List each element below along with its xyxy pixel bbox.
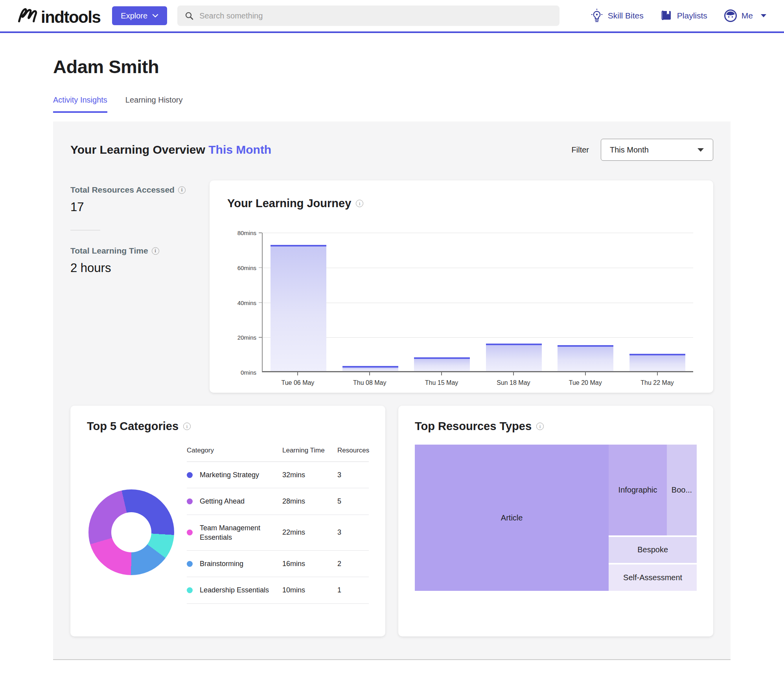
triangle-down-icon: [697, 148, 704, 152]
legend-dot: [187, 472, 193, 478]
learning-journey-title: Your Learning Journey: [227, 197, 351, 210]
treemap-cell-article: Article: [415, 445, 609, 591]
stat-resources-label: Total Resources Accessed: [70, 185, 210, 195]
info-icon[interactable]: [536, 423, 544, 430]
learning-journey-card: Your Learning Journey 80mins 60mins 40mi…: [210, 180, 713, 393]
resource-types-treemap: Article Infographic Boo... Bespoke: [415, 445, 697, 591]
treemap-cell-bespoke: Bespoke: [609, 537, 697, 563]
treemap-cell-self-assessment: Self-Assessment: [609, 564, 697, 591]
top-categories-card: Top 5 Categories Category Learning Time …: [70, 406, 385, 636]
divider: [70, 230, 100, 230]
y-tick: 20mins: [237, 334, 256, 341]
bar-tue-06-may: [271, 245, 326, 371]
legend-dot: [187, 530, 193, 535]
categories-table: Category Learning Time Resources Marketi…: [187, 442, 369, 604]
y-tick: 0mins: [241, 369, 256, 376]
nav-me-label: Me: [742, 11, 753, 20]
categories-table-header: Category Learning Time Resources: [187, 442, 369, 462]
page-title: Adam Smith: [53, 56, 784, 77]
x-axis-labels: Tue 06 May Thu 08 May Thu 15 May Sun 18 …: [262, 372, 693, 386]
bar-thu-15-may: [414, 357, 470, 371]
top-navigation-bar: indtools Explore Skill Bites: [0, 0, 784, 33]
nav-playlists-label: Playlists: [677, 11, 707, 20]
x-label: Thu 15 May: [425, 379, 458, 386]
profile-tabs: Activity Insights Learning History: [53, 96, 784, 113]
tab-activity-insights[interactable]: Activity Insights: [53, 96, 107, 113]
bar-thu-08-may: [342, 366, 398, 371]
categories-donut: [88, 489, 174, 575]
top-resource-types-title: Top Resources Types: [415, 420, 532, 433]
x-label: Thu 22 May: [640, 379, 674, 386]
mindtools-m-monogram-icon: [17, 6, 40, 26]
x-label: Sun 18 May: [497, 379, 530, 386]
y-tick: 60mins: [237, 264, 256, 271]
nav-skill-bites[interactable]: Skill Bites: [590, 9, 644, 23]
x-label: Tue 06 May: [281, 379, 314, 386]
y-tick: 40mins: [237, 299, 256, 306]
logo-wordmark: indtools: [41, 9, 100, 26]
info-icon[interactable]: [183, 423, 191, 430]
bar-tue-20-may: [558, 345, 613, 371]
info-icon[interactable]: [356, 200, 363, 207]
search-input[interactable]: [199, 11, 552, 20]
search-icon: [184, 11, 194, 20]
filter-dropdown-value: This Month: [610, 145, 649, 154]
bar-sun-18-may: [486, 344, 542, 371]
category-row: Brainstorming 16mins 2: [187, 551, 369, 577]
avatar-icon: [724, 9, 737, 22]
stat-time-label: Total Learning Time: [70, 246, 210, 256]
top-categories-title: Top 5 Categories: [87, 420, 179, 433]
explore-button[interactable]: Explore: [112, 6, 167, 25]
overview-heading-period: This Month: [208, 143, 271, 156]
tab-learning-history[interactable]: Learning History: [125, 96, 183, 113]
nav-me-menu[interactable]: Me: [724, 9, 767, 22]
category-row: Leadership Essentials 10mins 1: [187, 577, 369, 603]
mindtools-logo[interactable]: indtools: [17, 6, 100, 26]
treemap-cell-infographic: Infographic: [609, 445, 667, 535]
nav-playlists[interactable]: Playlists: [660, 9, 707, 22]
top-resource-types-card: Top Resources Types Article Infographic …: [398, 406, 713, 636]
filter-label: Filter: [572, 145, 589, 154]
triangle-down-icon: [760, 14, 767, 18]
category-row: Getting Ahead 28mins 5: [187, 488, 369, 515]
treemap-cell-book: Boo...: [667, 445, 697, 535]
header-links: Skill Bites Playlists Me: [590, 9, 767, 23]
filter-dropdown[interactable]: This Month: [601, 139, 713, 161]
x-label: Tue 20 May: [569, 379, 602, 386]
info-icon[interactable]: [152, 247, 159, 255]
info-icon[interactable]: [178, 186, 186, 194]
legend-dot: [187, 587, 193, 593]
chevron-down-icon: [152, 14, 158, 18]
summary-stats: Total Resources Accessed 17 Total Learni…: [70, 180, 210, 275]
stat-resources-value: 17: [70, 200, 210, 214]
learning-journey-chart: 80mins 60mins 40mins 20mins 0mins: [262, 233, 693, 372]
overview-heading-text: Your Learning Overview: [70, 143, 205, 156]
explore-button-label: Explore: [121, 11, 147, 20]
overview-heading: Your Learning Overview This Month: [70, 143, 271, 156]
category-row: Team Management Essentials 22mins 3: [187, 515, 369, 551]
y-tick: 80mins: [237, 230, 256, 236]
x-label: Thu 08 May: [353, 379, 386, 386]
learning-overview-section: Your Learning Overview This Month Filter…: [53, 121, 731, 660]
nav-skill-bites-label: Skill Bites: [608, 11, 644, 20]
lightbulb-icon: [590, 9, 604, 23]
stat-time-value: 2 hours: [70, 261, 210, 275]
legend-dot: [187, 498, 193, 504]
plot-area: [262, 233, 693, 372]
bar-thu-22-may: [629, 354, 685, 371]
category-row: Marketing Strategy 32mins 3: [187, 462, 369, 488]
book-icon: [660, 9, 673, 22]
legend-dot: [187, 561, 193, 567]
search-bar[interactable]: [177, 6, 559, 26]
